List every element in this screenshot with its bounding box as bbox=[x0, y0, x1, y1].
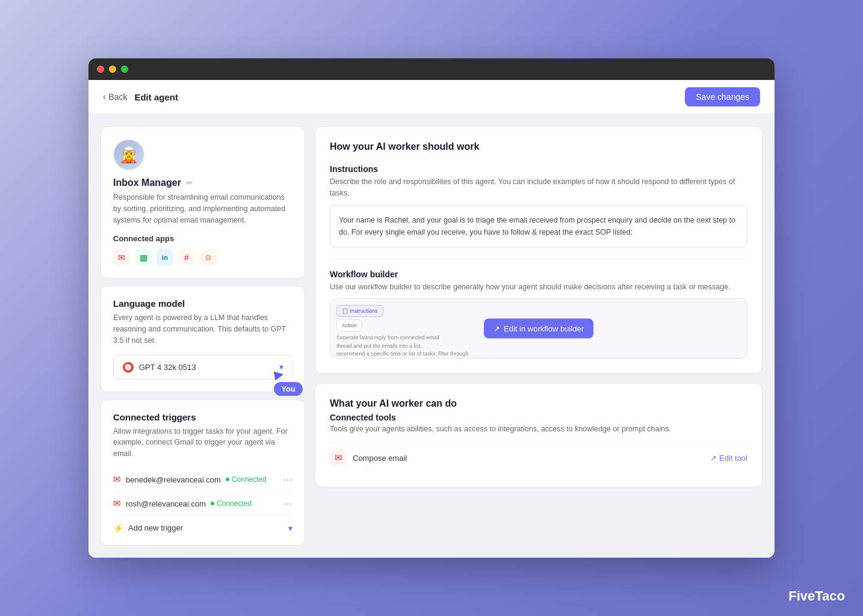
edit-tool-link-icon: ↗ bbox=[710, 454, 717, 463]
minimize-dot[interactable] bbox=[109, 66, 116, 73]
add-trigger-label: Add new trigger bbox=[128, 523, 183, 532]
trigger-email-2: rosh@relevanceai.com bbox=[126, 499, 206, 508]
trigger-left-2: ✉ rosh@relevanceai.com Connected bbox=[113, 498, 252, 509]
instructions-label: Instructions bbox=[330, 164, 747, 174]
add-trigger-row[interactable]: ⚡ Add new trigger ▾ bbox=[113, 523, 292, 533]
trigger-item-2: ✉ rosh@relevanceai.com Connected ⋯ bbox=[113, 492, 292, 516]
left-panel: 🧝 Inbox Manager ✏ Responsible for stream… bbox=[101, 126, 305, 546]
tool-item-1: ✉ Compose email ↗ Edit tool bbox=[330, 443, 747, 472]
instruction-text-box[interactable]: Your name is Rachel, and your goal is to… bbox=[330, 205, 747, 247]
connected-dot-2 bbox=[211, 502, 214, 505]
triggers-title: Connected triggers bbox=[113, 412, 292, 422]
trigger-menu-1[interactable]: ⋯ bbox=[283, 474, 292, 485]
how-worker-card: How your AI worker should work Instructi… bbox=[315, 126, 762, 374]
edit-workflow-button[interactable]: ↗ Edit in workflow builder bbox=[484, 319, 593, 339]
language-model-card: Language model Every agent is powered by… bbox=[101, 286, 305, 392]
trigger-left-1: ✉ benedek@relevanceai.com Connected bbox=[113, 474, 267, 485]
app-icons: ✉ ▦ in # ⚙ bbox=[113, 249, 292, 266]
triggers-desc: Allow integrations to trigger tasks for … bbox=[113, 426, 292, 460]
edit-tool-label: Edit tool bbox=[719, 454, 747, 463]
mini-action-label: Action bbox=[336, 319, 362, 331]
workflow-preview: 📋 Instructions Action Seperate latest re… bbox=[330, 298, 747, 359]
model-name: GPT 4 32k 0513 bbox=[139, 363, 196, 372]
connected-triggers-card: Connected triggers Allow integrations to… bbox=[101, 399, 305, 546]
workflow-builder-label: Workflow builder bbox=[330, 270, 747, 279]
lightning-icon: ⚡ bbox=[113, 523, 123, 533]
page-title: Edit agent bbox=[134, 92, 178, 102]
header: ‹ Back Edit agent Save changes bbox=[88, 80, 775, 114]
trigger-item-1: ✉ benedek@relevanceai.com Connected ⋯ bbox=[113, 468, 292, 492]
back-chevron-icon: ‹ bbox=[103, 91, 106, 102]
connected-tools-label: Connected tools bbox=[330, 413, 747, 422]
add-trigger-chevron-icon: ▾ bbox=[288, 523, 292, 533]
app-window: ‹ Back Edit agent Save changes 🧝 Inbox M… bbox=[88, 58, 775, 558]
model-selector[interactable]: ⭕ GPT 4 32k 0513 ▾ ▶ You bbox=[113, 355, 292, 380]
compose-email-icon: ✉ bbox=[330, 449, 347, 466]
how-worker-title: How your AI worker should work bbox=[330, 141, 747, 152]
back-button[interactable]: ‹ Back bbox=[103, 91, 127, 102]
trigger-email-1: benedek@relevanceai.com bbox=[126, 475, 221, 484]
sheets-icon[interactable]: ▦ bbox=[135, 249, 152, 266]
close-dot[interactable] bbox=[97, 66, 104, 73]
hubspot-icon[interactable]: ⚙ bbox=[200, 249, 217, 266]
add-trigger-left: ⚡ Add new trigger bbox=[113, 523, 183, 533]
agent-avatar: 🧝 bbox=[113, 139, 144, 170]
external-link-icon: ↗ bbox=[493, 324, 500, 333]
connected-badge-2: Connected bbox=[211, 499, 252, 508]
workflow-builder-desc: Use our workflow builder to describe gen… bbox=[330, 282, 747, 293]
trigger-menu-2[interactable]: ⋯ bbox=[283, 498, 292, 510]
slack-icon[interactable]: # bbox=[178, 249, 195, 266]
branding-label: FiveTaco bbox=[788, 588, 845, 604]
edit-pencil-icon[interactable]: ✏ bbox=[186, 178, 193, 188]
connected-apps-label: Connected apps bbox=[113, 234, 292, 243]
connected-dot-1 bbox=[226, 478, 229, 481]
gmail-icon[interactable]: ✉ bbox=[113, 249, 130, 266]
edit-tool-button[interactable]: ↗ Edit tool bbox=[710, 454, 747, 463]
cursor-pointer-icon: ▶ bbox=[273, 363, 304, 382]
maximize-dot[interactable] bbox=[121, 66, 128, 73]
linkedin-icon[interactable]: in bbox=[156, 249, 173, 266]
agent-description: Responsible for streamlining email commu… bbox=[113, 192, 292, 226]
divider-1 bbox=[330, 259, 747, 260]
connected-status-1: Connected bbox=[232, 475, 267, 484]
language-model-title: Language model bbox=[113, 298, 292, 309]
back-label: Back bbox=[108, 92, 127, 102]
instructions-desc: Describe the role and responsibilites of… bbox=[330, 176, 747, 199]
workflow-overlay: ↗ Edit in workflow builder bbox=[484, 319, 593, 339]
agent-name-row: Inbox Manager ✏ bbox=[113, 177, 292, 188]
chevron-down-icon: ▾ bbox=[279, 362, 283, 372]
gmail-trigger-icon-2: ✉ bbox=[113, 498, 121, 509]
cursor-area: ▶ You bbox=[274, 365, 303, 396]
model-left: ⭕ GPT 4 32k 0513 bbox=[122, 362, 196, 373]
what-worker-card: What your AI worker can do Connected too… bbox=[315, 383, 762, 487]
tool-name-1: Compose email bbox=[353, 454, 407, 463]
what-worker-title: What your AI worker can do bbox=[330, 398, 747, 409]
you-badge: You bbox=[274, 382, 303, 396]
right-panel: How your AI worker should work Instructi… bbox=[315, 126, 762, 546]
tool-left-1: ✉ Compose email bbox=[330, 449, 407, 466]
save-button[interactable]: Save changes bbox=[685, 87, 760, 106]
connected-status-2: Connected bbox=[217, 499, 252, 508]
agent-info-card: 🧝 Inbox Manager ✏ Responsible for stream… bbox=[101, 126, 305, 279]
main-content: 🧝 Inbox Manager ✏ Responsible for stream… bbox=[88, 114, 775, 558]
connected-badge-1: Connected bbox=[226, 475, 267, 484]
header-left: ‹ Back Edit agent bbox=[103, 91, 178, 102]
agent-name: Inbox Manager bbox=[113, 177, 181, 188]
mini-instructions-node: 📋 Instructions bbox=[336, 305, 383, 317]
connected-tools-desc: Tools give your agents abilities, such a… bbox=[330, 425, 747, 433]
language-model-desc: Every agent is powered by a LLM that han… bbox=[113, 312, 292, 346]
titlebar bbox=[88, 58, 775, 80]
openai-logo-icon: ⭕ bbox=[122, 362, 134, 373]
gmail-trigger-icon: ✉ bbox=[113, 474, 121, 485]
